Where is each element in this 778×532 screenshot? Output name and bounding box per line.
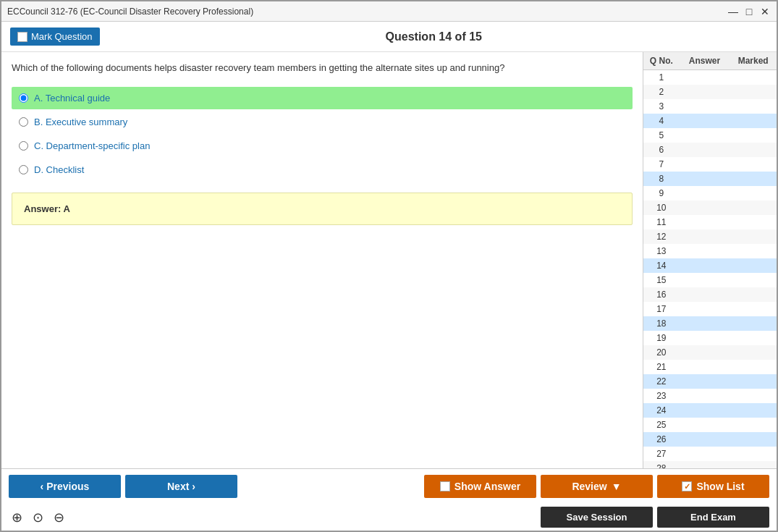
- sidebar-row[interactable]: 16: [643, 287, 777, 302]
- option-row-d[interactable]: D. Checklist: [12, 159, 633, 181]
- options-container: A. Technical guideB. Executive summaryC.…: [12, 87, 633, 181]
- zoom-in-button[interactable]: ⊕: [9, 508, 25, 527]
- title-bar-controls: — □ ✕: [727, 6, 771, 17]
- sidebar-cell-qno: 20: [643, 347, 680, 358]
- sidebar-cell-qno: 27: [643, 449, 680, 459]
- previous-arrow-icon: ‹: [41, 481, 44, 492]
- sidebar-row[interactable]: 24: [643, 403, 777, 418]
- next-arrow-icon: ›: [192, 481, 195, 492]
- sidebar-header-answer: Answer: [680, 52, 730, 69]
- question-area: Which of the following documents helps d…: [1, 52, 643, 468]
- main-container: Mark Question Question 14 of 15 Which of…: [1, 22, 777, 532]
- sidebar-header: Q No. Answer Marked: [643, 52, 777, 70]
- sidebar-row[interactable]: 10: [643, 200, 777, 215]
- sidebar-row[interactable]: 12: [643, 229, 777, 244]
- show-answer-button[interactable]: Show Answer: [424, 475, 536, 498]
- sidebar-cell-qno: 5: [643, 130, 680, 140]
- next-label: Next: [167, 481, 189, 492]
- sidebar-row[interactable]: 2: [643, 85, 777, 99]
- option-label-b: B. Executive summary: [34, 117, 127, 127]
- sidebar-cell-qno: 4: [643, 116, 680, 126]
- sidebar-row[interactable]: 20: [643, 345, 777, 360]
- sidebar-row[interactable]: 25: [643, 418, 777, 432]
- option-row-c[interactable]: C. Department-specific plan: [12, 135, 633, 157]
- sidebar-row[interactable]: 26: [643, 432, 777, 447]
- option-radio-a[interactable]: [19, 93, 28, 103]
- sidebar-row[interactable]: 7: [643, 157, 777, 172]
- sidebar-row[interactable]: 28: [643, 461, 777, 468]
- sidebar-row[interactable]: 1: [643, 70, 777, 85]
- option-radio-d[interactable]: [19, 165, 28, 174]
- sidebar-row[interactable]: 8: [643, 172, 777, 186]
- sidebar-row[interactable]: 17: [643, 302, 777, 316]
- show-answer-label: Show Answer: [454, 481, 520, 492]
- show-list-label: Show List: [696, 481, 744, 492]
- sidebar-row[interactable]: 22: [643, 374, 777, 389]
- mark-question-button[interactable]: Mark Question: [10, 28, 100, 46]
- sidebar-cell-qno: 2: [643, 87, 680, 97]
- sidebar-cell-qno: 13: [643, 246, 680, 256]
- body-area: Which of the following documents helps d…: [1, 52, 777, 468]
- sidebar-row[interactable]: 6: [643, 143, 777, 157]
- sidebar-cell-qno: 25: [643, 420, 680, 430]
- option-label-c: C. Department-specific plan: [34, 140, 150, 151]
- save-session-button[interactable]: Save Session: [541, 507, 653, 528]
- maximize-button[interactable]: □: [743, 6, 755, 17]
- option-row-a[interactable]: A. Technical guide: [12, 87, 633, 109]
- sidebar-row[interactable]: 18: [643, 316, 777, 331]
- footer-area: ‹ Previous Next › Show Answer Review ▼ ✓…: [1, 468, 777, 532]
- sidebar-row[interactable]: 11: [643, 215, 777, 229]
- mark-question-label: Mark Question: [31, 31, 93, 42]
- sidebar-row[interactable]: 21: [643, 360, 777, 374]
- sidebar-header-qno: Q No.: [643, 52, 680, 69]
- previous-button[interactable]: ‹ Previous: [9, 475, 121, 498]
- sidebar-cell-qno: 8: [643, 174, 680, 184]
- sidebar-cell-qno: 1: [643, 72, 680, 83]
- end-exam-button[interactable]: End Exam: [657, 507, 769, 528]
- sidebar-cell-qno: 9: [643, 188, 680, 198]
- sidebar-row[interactable]: 9: [643, 186, 777, 200]
- title-bar: ECCouncil 312-76 (EC-Council Disaster Re…: [1, 1, 777, 22]
- question-title: Question 14 of 15: [100, 30, 768, 43]
- next-button[interactable]: Next ›: [125, 475, 237, 498]
- sidebar-cell-qno: 19: [643, 333, 680, 343]
- sidebar-cell-qno: 10: [643, 203, 680, 213]
- sidebar-row[interactable]: 15: [643, 273, 777, 287]
- sidebar-row[interactable]: 5: [643, 128, 777, 143]
- show-list-button[interactable]: ✓ Show List: [657, 475, 769, 498]
- minimize-button[interactable]: —: [727, 6, 739, 17]
- zoom-reset-button[interactable]: ⊙: [30, 508, 46, 527]
- close-button[interactable]: ✕: [759, 6, 771, 17]
- answer-box: Answer: A: [12, 193, 633, 225]
- sidebar-cell-qno: 15: [643, 275, 680, 285]
- mark-checkbox-icon: [17, 32, 28, 42]
- review-arrow-icon: ▼: [612, 481, 622, 492]
- sidebar-row[interactable]: 23: [643, 389, 777, 403]
- sidebar-cell-qno: 11: [643, 217, 680, 227]
- sidebar-row[interactable]: 3: [643, 99, 777, 114]
- header-area: Mark Question Question 14 of 15: [1, 22, 777, 52]
- option-radio-b[interactable]: [19, 117, 28, 127]
- sidebar: Q No. Answer Marked 12345678910111213141…: [643, 52, 777, 468]
- review-button[interactable]: Review ▼: [541, 475, 653, 498]
- sidebar-cell-qno: 21: [643, 362, 680, 372]
- option-label-d: D. Checklist: [34, 164, 84, 175]
- answer-text: Answer: A: [24, 203, 70, 214]
- sidebar-cell-qno: 24: [643, 405, 680, 415]
- sidebar-row[interactable]: 13: [643, 244, 777, 258]
- sidebar-cell-qno: 7: [643, 159, 680, 169]
- sidebar-cell-qno: 28: [643, 463, 680, 468]
- sidebar-cell-qno: 26: [643, 434, 680, 444]
- zoom-row: ⊕ ⊙ ⊖ Save Session End Exam: [1, 504, 777, 532]
- sidebar-row[interactable]: 14: [643, 258, 777, 273]
- option-radio-c[interactable]: [19, 141, 28, 151]
- sidebar-cell-qno: 14: [643, 261, 680, 271]
- zoom-out-button[interactable]: ⊖: [51, 508, 67, 527]
- sidebar-row[interactable]: 27: [643, 447, 777, 461]
- show-list-checkbox-icon: ✓: [682, 481, 692, 491]
- sidebar-list[interactable]: 1234567891011121314151617181920212223242…: [643, 70, 777, 468]
- footer-buttons: ‹ Previous Next › Show Answer Review ▼ ✓…: [1, 469, 777, 504]
- sidebar-row[interactable]: 19: [643, 331, 777, 345]
- option-row-b[interactable]: B. Executive summary: [12, 111, 633, 133]
- sidebar-row[interactable]: 4: [643, 114, 777, 128]
